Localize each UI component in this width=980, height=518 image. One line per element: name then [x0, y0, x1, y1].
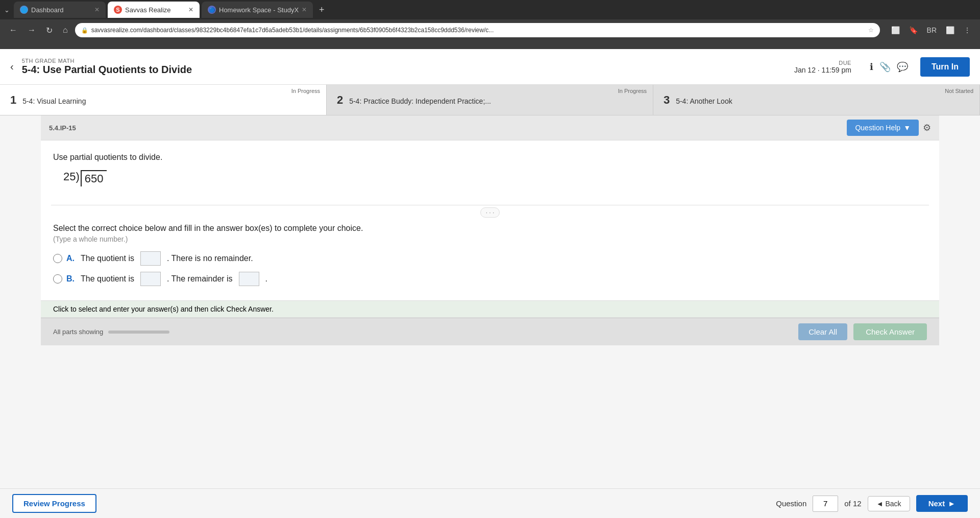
extension-btn-1[interactable]: ⬜	[888, 24, 903, 36]
next-nav-button[interactable]: Next ►	[916, 495, 968, 512]
tab-3-status: Not Started	[945, 88, 973, 94]
tab-dashboard-label: Dashboard	[31, 6, 64, 14]
question-body: Use partial quotients to divide. 25 ) 65…	[41, 140, 939, 205]
due-date: Jan 12 · 11:59 pm	[794, 66, 851, 74]
choice-b-text-middle: . The remainder is	[167, 274, 233, 284]
choice-b-text-before: The quotient is	[81, 274, 134, 284]
radio-b[interactable]	[53, 274, 62, 284]
due-label: DUE	[794, 60, 851, 66]
division-bracket: )	[76, 170, 79, 183]
address-text: savvasrealize.com/dashboard/classes/9832…	[91, 27, 865, 34]
question-container: 5.4.IP-15 Question Help ▼ ⚙ Use partial …	[41, 115, 939, 345]
tab-3-name: 5-4: Another Look	[676, 97, 732, 105]
bottom-bar-actions: Clear All Check Answer	[798, 323, 927, 340]
tab-savvas-icon: S	[114, 6, 122, 14]
tab-2-name: 5-4: Practice Buddy: Independent Practic…	[349, 97, 491, 105]
next-nav-label: Next	[928, 499, 945, 508]
extension-btn-4[interactable]: ⬜	[943, 24, 958, 36]
divider-line	[51, 205, 929, 205]
divisor: 25	[63, 170, 76, 183]
choice-row-a: A. The quotient is . There is no remaind…	[53, 251, 927, 266]
back-nav-chevron: ◄	[876, 500, 884, 508]
comment-icon-button[interactable]: 💬	[897, 61, 908, 73]
choice-a-text-after: . There is no remainder.	[167, 254, 253, 263]
star-icon[interactable]: ☆	[868, 27, 874, 34]
tab-1-status: In Progress	[291, 88, 320, 94]
choice-a-text-before: The quotient is	[81, 254, 134, 263]
radio-a[interactable]	[53, 254, 62, 263]
lock-icon: 🔒	[81, 27, 88, 34]
back-browser-button[interactable]: ←	[6, 23, 20, 37]
division-problem: 25 ) 650	[63, 170, 927, 186]
tab-dashboard-icon: 🌐	[20, 6, 28, 14]
answer-instruction: Select the correct choice below and fill…	[53, 224, 927, 233]
tab-savvas[interactable]: S Savvas Realize ✕	[108, 2, 200, 18]
extension-btn-2[interactable]: 🔖	[906, 24, 921, 36]
answer-input-b-remainder[interactable]	[239, 272, 259, 286]
choice-row-b: B. The quotient is . The remainder is .	[53, 272, 927, 286]
answer-section: Select the correct choice below and fill…	[41, 220, 939, 300]
question-header-actions: Question Help ▼ ⚙	[847, 120, 931, 136]
tab-3-number: 3	[664, 93, 670, 106]
bottom-action-bar: All parts showing Clear All Check Answer	[41, 318, 939, 345]
tab-dashboard[interactable]: 🌐 Dashboard ✕	[14, 2, 106, 18]
tab-visual-learning[interactable]: In Progress 1 5-4: Visual Learning	[0, 85, 327, 115]
browser-actions: ⬜ 🔖 BR ⬜ ⋮	[888, 24, 974, 36]
question-label: Question	[776, 499, 806, 508]
back-app-button[interactable]: ‹	[10, 61, 14, 73]
all-parts-section: All parts showing	[53, 328, 169, 336]
settings-button[interactable]: ⚙	[923, 122, 931, 133]
status-bar: Click to select and enter your answer(s)…	[41, 300, 939, 318]
tab-studyx[interactable]: 🔵 Homework Space - StudyX ✕	[202, 2, 313, 18]
tab-another-look[interactable]: Not Started 3 5-4: Another Look	[653, 85, 980, 115]
question-id: 5.4.IP-15	[49, 124, 76, 132]
home-button[interactable]: ⌂	[60, 23, 71, 37]
app-header: ‹ 5TH GRADE MATH 5-4: Use Partial Quotie…	[0, 49, 980, 85]
question-header: 5.4.IP-15 Question Help ▼ ⚙	[41, 115, 939, 140]
reload-button[interactable]: ↻	[43, 23, 56, 37]
tab-studyx-close[interactable]: ✕	[302, 6, 307, 13]
question-nav: Question 7 of 12 ◄ Back Next ►	[776, 495, 968, 512]
answer-type-hint: (Type a whole number.)	[53, 235, 927, 243]
tab-2-number: 2	[337, 93, 343, 106]
answer-input-b-quotient[interactable]	[140, 272, 161, 286]
next-nav-chevron: ►	[948, 499, 955, 508]
of-label: of 12	[844, 499, 861, 508]
turn-in-button[interactable]: Turn In	[920, 57, 970, 77]
menu-btn[interactable]: ⋮	[961, 24, 974, 36]
question-number-input[interactable]: 7	[813, 496, 838, 512]
extension-btn-3[interactable]: BR	[924, 24, 940, 36]
new-tab-button[interactable]: +	[315, 3, 329, 17]
check-answer-button[interactable]: Check Answer	[853, 323, 927, 340]
tab-1-number: 1	[10, 93, 16, 106]
collapse-handle[interactable]: · · ·	[480, 207, 500, 218]
choice-b-letter: B.	[66, 274, 75, 284]
forward-browser-button[interactable]: →	[24, 23, 39, 37]
tab-practice-buddy[interactable]: In Progress 2 5-4: Practice Buddy: Indep…	[327, 85, 653, 115]
question-help-label: Question Help	[855, 124, 900, 132]
browser-nav: ← → ↻ ⌂ 🔒 savvasrealize.com/dashboard/cl…	[0, 19, 980, 41]
question-help-button[interactable]: Question Help ▼	[847, 120, 919, 136]
dividend: 650	[81, 170, 107, 186]
attachment-icon-button[interactable]: 📎	[879, 61, 891, 73]
main-content: 5.4.IP-15 Question Help ▼ ⚙ Use partial …	[0, 115, 980, 488]
clear-all-button[interactable]: Clear All	[798, 323, 847, 340]
info-icon-button[interactable]: ℹ	[870, 61, 873, 73]
footer-nav: Review Progress Question 7 of 12 ◄ Back …	[0, 488, 980, 518]
answer-input-a-quotient[interactable]	[140, 251, 161, 266]
tab-dashboard-close[interactable]: ✕	[94, 6, 100, 13]
tab-1-name: 5-4: Visual Learning	[22, 97, 86, 105]
back-nav-label: Back	[886, 500, 901, 508]
progress-bar-mini	[108, 331, 169, 334]
tab-bar: ⌄ 🌐 Dashboard ✕ S Savvas Realize ✕ 🔵 Hom…	[0, 0, 980, 19]
tab-savvas-close[interactable]: ✕	[188, 6, 193, 13]
address-bar[interactable]: 🔒 savvasrealize.com/dashboard/classes/98…	[75, 23, 880, 37]
choice-a-letter: A.	[66, 254, 75, 263]
all-parts-label: All parts showing	[53, 328, 103, 336]
subject-label: 5TH GRADE MATH	[22, 58, 786, 64]
back-nav-button[interactable]: ◄ Back	[868, 496, 910, 511]
tab-studyx-label: Homework Space - StudyX	[219, 6, 299, 14]
tab-savvas-label: Savvas Realize	[125, 6, 171, 14]
tab-menu-icon[interactable]: ⌄	[4, 6, 10, 14]
review-progress-button[interactable]: Review Progress	[12, 494, 96, 513]
